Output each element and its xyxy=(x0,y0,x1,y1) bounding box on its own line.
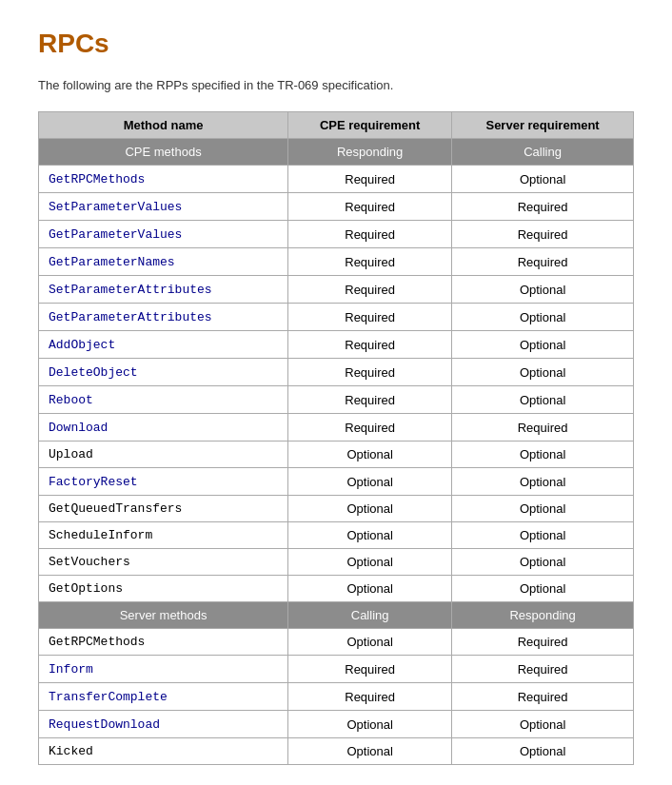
table-row: UploadOptionalOptional xyxy=(39,442,634,468)
section-label: CPE methods xyxy=(39,139,288,166)
method-cell: SetVouchers xyxy=(39,549,288,576)
method-cell[interactable]: Download xyxy=(39,414,288,442)
method-link-inform[interactable]: Inform xyxy=(49,662,93,677)
server-req-cell: Optional xyxy=(452,738,634,765)
cpe-req-cell: Required xyxy=(288,276,452,304)
method-link-getparameterattributes[interactable]: GetParameterAttributes xyxy=(49,310,212,324)
table-row: DownloadRequiredRequired xyxy=(39,414,634,442)
cpe-req-cell: Required xyxy=(288,304,452,331)
rpc-table: Method name CPE requirement Server requi… xyxy=(38,111,634,765)
cpe-req-cell: Optional xyxy=(288,738,452,765)
method-link-getrpcmethods[interactable]: GetRPCMethods xyxy=(49,172,145,186)
method-cell[interactable]: Reboot xyxy=(39,386,288,414)
server-req-cell: Optional xyxy=(452,359,634,386)
section-col2: Calling xyxy=(288,602,452,629)
method-cell[interactable]: GetParameterAttributes xyxy=(39,304,288,331)
table-row: SetVouchersOptionalOptional xyxy=(39,549,634,576)
section-row-0: CPE methodsRespondingCalling xyxy=(39,139,634,166)
cpe-req-cell: Optional xyxy=(288,629,452,656)
method-link-factoryreset[interactable]: FactoryReset xyxy=(49,475,138,489)
table-row: RebootRequiredOptional xyxy=(39,386,634,414)
cpe-req-cell: Required xyxy=(288,248,452,276)
table-row: InformRequiredRequired xyxy=(39,656,634,683)
server-req-cell: Required xyxy=(452,629,634,656)
server-req-cell: Required xyxy=(452,248,634,276)
col-header-cpe: CPE requirement xyxy=(288,112,452,139)
server-req-cell: Optional xyxy=(452,496,634,522)
method-cell: ScheduleInform xyxy=(39,522,288,549)
method-cell[interactable]: DeleteObject xyxy=(39,359,288,386)
server-req-cell: Optional xyxy=(452,166,634,193)
cpe-req-cell: Optional xyxy=(288,468,452,496)
method-link-setparametervalues[interactable]: SetParameterValues xyxy=(49,200,182,214)
col-header-server: Server requirement xyxy=(452,112,634,139)
intro-text: The following are the RPPs specified in … xyxy=(38,78,634,92)
method-cell: GetOptions xyxy=(39,576,288,602)
section-col2: Responding xyxy=(288,139,452,166)
cpe-req-cell: Optional xyxy=(288,496,452,522)
method-cell[interactable]: GetParameterValues xyxy=(39,221,288,248)
page-title: RPCs xyxy=(38,29,634,59)
method-link-transfercomplete[interactable]: TransferComplete xyxy=(49,690,168,704)
table-row: SetParameterValuesRequiredRequired xyxy=(39,193,634,221)
server-req-cell: Optional xyxy=(452,304,634,331)
cpe-req-cell: Required xyxy=(288,166,452,193)
table-row: GetParameterAttributesRequiredOptional xyxy=(39,304,634,331)
method-cell[interactable]: SetParameterValues xyxy=(39,193,288,221)
method-link-setparameterattributes[interactable]: SetParameterAttributes xyxy=(49,283,212,297)
cpe-req-cell: Optional xyxy=(288,442,452,468)
method-cell[interactable]: Inform xyxy=(39,656,288,683)
server-req-cell: Optional xyxy=(452,549,634,576)
table-row: GetOptionsOptionalOptional xyxy=(39,576,634,602)
method-cell[interactable]: AddObject xyxy=(39,331,288,359)
server-req-cell: Optional xyxy=(452,522,634,549)
table-row: GetRPCMethodsOptionalRequired xyxy=(39,629,634,656)
table-row: SetParameterAttributesRequiredOptional xyxy=(39,276,634,304)
server-req-cell: Required xyxy=(452,221,634,248)
col-header-method: Method name xyxy=(39,112,288,139)
cpe-req-cell: Required xyxy=(288,331,452,359)
server-req-cell: Optional xyxy=(452,468,634,496)
method-cell: Kicked xyxy=(39,738,288,765)
method-cell[interactable]: SetParameterAttributes xyxy=(39,276,288,304)
method-link-requestdownload[interactable]: RequestDownload xyxy=(49,717,160,732)
table-row: ScheduleInformOptionalOptional xyxy=(39,522,634,549)
method-cell[interactable]: FactoryReset xyxy=(39,468,288,496)
method-cell: GetQueuedTransfers xyxy=(39,496,288,522)
cpe-req-cell: Required xyxy=(288,359,452,386)
method-cell[interactable]: GetParameterNames xyxy=(39,248,288,276)
server-req-cell: Required xyxy=(452,193,634,221)
server-req-cell: Optional xyxy=(452,576,634,602)
cpe-req-cell: Required xyxy=(288,656,452,683)
table-row: GetRPCMethodsRequiredOptional xyxy=(39,166,634,193)
cpe-req-cell: Optional xyxy=(288,576,452,602)
server-req-cell: Optional xyxy=(452,386,634,414)
cpe-req-cell: Required xyxy=(288,193,452,221)
cpe-req-cell: Required xyxy=(288,683,452,711)
table-row: DeleteObjectRequiredOptional xyxy=(39,359,634,386)
table-row: GetQueuedTransfersOptionalOptional xyxy=(39,496,634,522)
method-link-getparameternames[interactable]: GetParameterNames xyxy=(49,255,175,269)
table-row: KickedOptionalOptional xyxy=(39,738,634,765)
method-link-getparametervalues[interactable]: GetParameterValues xyxy=(49,227,182,242)
table-row: GetParameterNamesRequiredRequired xyxy=(39,248,634,276)
cpe-req-cell: Required xyxy=(288,221,452,248)
method-link-deleteobject[interactable]: DeleteObject xyxy=(49,365,138,380)
server-req-cell: Required xyxy=(452,414,634,442)
server-req-cell: Required xyxy=(452,683,634,711)
method-cell[interactable]: RequestDownload xyxy=(39,711,288,738)
method-link-download[interactable]: Download xyxy=(49,421,108,435)
cpe-req-cell: Optional xyxy=(288,549,452,576)
method-link-reboot[interactable]: Reboot xyxy=(49,393,93,407)
method-cell[interactable]: TransferComplete xyxy=(39,683,288,711)
cpe-req-cell: Required xyxy=(288,386,452,414)
method-link-addobject[interactable]: AddObject xyxy=(49,338,115,352)
table-row: RequestDownloadOptionalOptional xyxy=(39,711,634,738)
method-cell[interactable]: GetRPCMethods xyxy=(39,166,288,193)
section-row-1: Server methodsCallingResponding xyxy=(39,602,634,629)
method-cell: Upload xyxy=(39,442,288,468)
cpe-req-cell: Optional xyxy=(288,522,452,549)
table-row: GetParameterValuesRequiredRequired xyxy=(39,221,634,248)
server-req-cell: Required xyxy=(452,656,634,683)
table-row: TransferCompleteRequiredRequired xyxy=(39,683,634,711)
